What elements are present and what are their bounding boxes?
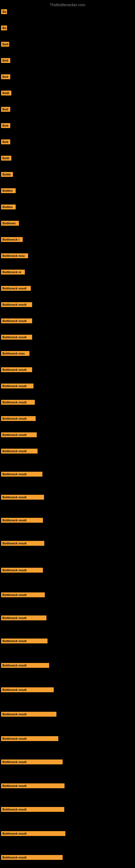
list-item: Bott <box>1 138 10 145</box>
bottleneck-label: Bottleneck result <box>1 592 45 597</box>
list-item: Bottleneck result <box>1 366 32 373</box>
bottleneck-label: Bott <box>1 140 10 144</box>
list-item: Bottleneck result <box>1 415 36 422</box>
bottleneck-label: Bottleneck result <box>1 416 36 421</box>
list-item: Bottleneck result <box>1 638 48 645</box>
bottleneck-label: Bottlen <box>1 205 16 209</box>
bottleneck-label: Bottl <box>1 156 11 161</box>
list-item: Bottleneck result <box>1 285 31 292</box>
list-item: Bottleneck result <box>1 517 43 524</box>
list-item: Bottleneck result <box>1 471 42 478</box>
list-item: Bottleneck result <box>1 782 64 789</box>
bottleneck-label: Bottleneck result <box>1 286 31 291</box>
list-item: Bottleneck resu <box>1 252 28 259</box>
bottleneck-label: Bottleneck result <box>1 367 32 372</box>
bottleneck-label: Bottleneck result <box>1 495 44 500</box>
bottleneck-label: Bottlenec <box>1 221 19 226</box>
bottleneck-label: Bottleneck re <box>1 270 25 275</box>
list-item: Bottleneck result <box>1 301 32 308</box>
list-item: Bott <box>1 106 10 113</box>
bottleneck-label: Bott <box>1 123 10 128</box>
bottleneck-label: Bottleneck resu <box>1 253 28 258</box>
bottleneck-label: Bottleneck result <box>1 760 63 764</box>
bottleneck-label: Bottleneck result <box>1 568 43 572</box>
bottleneck-label: Bottleneck result <box>1 335 32 340</box>
list-item: Bottleneck result <box>1 662 49 669</box>
list-item: Bottleneck result <box>1 854 63 861</box>
bottleneck-label: Bottleneck result <box>1 639 48 643</box>
bottleneck-label: Bottleneck r <box>1 237 23 242</box>
list-item: Bott <box>1 73 10 80</box>
bottleneck-label: Bottleneck result <box>1 736 58 741</box>
list-item: Bottleneck result <box>1 431 37 438</box>
list-item: Bottl <box>1 90 11 97</box>
bottleneck-label: Bottleneck result <box>1 616 46 620</box>
bottleneck-label: Bott <box>1 58 10 63</box>
bottleneck-label: Bottleneck result <box>1 712 56 717</box>
list-item: Bott <box>1 57 10 64</box>
bottleneck-label: Bott <box>1 42 9 46</box>
list-item: Bottle <box>1 171 13 178</box>
bottleneck-label: Bottleneck result <box>1 663 49 668</box>
list-item: Bottleneck result <box>1 806 64 813</box>
list-item: Bottleneck result <box>1 591 45 598</box>
list-item: Bottleneck result <box>1 494 44 501</box>
list-item: Bottleneck re <box>1 269 25 276</box>
list-item: Bottl <box>1 155 11 162</box>
list-item: Bottleneck result <box>1 614 46 621</box>
list-item: Bottleneck result <box>1 758 63 766</box>
bottleneck-label: Bottleneck result <box>1 472 42 476</box>
bottleneck-label: Bott <box>1 74 10 79</box>
list-item: Bottleneck result <box>1 399 35 406</box>
list-item: Bottleneck result <box>1 711 56 718</box>
bottleneck-label: Bottleneck result <box>1 400 35 405</box>
bottleneck-label: Bottleneck result <box>1 831 65 836</box>
bottleneck-label: Bottleneck result <box>1 302 32 307</box>
bottleneck-label: Bottleneck result <box>1 518 43 523</box>
list-item: Bottleneck result <box>1 735 58 742</box>
bottleneck-label: Bottleneck result <box>1 687 54 692</box>
bottleneck-label: Bottleneck result <box>1 783 64 788</box>
list-item: Bott <box>1 122 10 129</box>
bottleneck-label: Bottleneck result <box>1 432 37 437</box>
list-item: Bottlen <box>1 187 16 194</box>
bottleneck-label: Bottleneck result <box>1 855 63 860</box>
list-item: Bottleneck result <box>1 317 32 324</box>
bottleneck-label: Bottleneck resu <box>1 351 30 356</box>
bottleneck-label: Bottleneck result <box>1 541 44 546</box>
bottleneck-label: Bottleneck result <box>1 318 32 323</box>
site-title: TheBottlenecker.com <box>0 1 135 8</box>
bottleneck-label: Bottle <box>1 172 13 177</box>
list-item: Bottlenec <box>1 220 19 227</box>
list-item: Bo <box>1 8 7 15</box>
bottleneck-label: Bo <box>1 26 7 30</box>
list-item: Bottleneck result <box>1 540 44 547</box>
list-item: Bott <box>1 41 9 48</box>
list-item: Bottleneck result <box>1 382 34 390</box>
bottleneck-label: Bott <box>1 107 10 112</box>
list-item: Bottleneck result <box>1 334 32 341</box>
list-item: Bottlen <box>1 204 16 211</box>
list-item: Bottleneck resu <box>1 350 30 357</box>
bottleneck-label: Bottlen <box>1 188 16 193</box>
list-item: Bo <box>1 24 7 31</box>
list-item: Bottleneck result <box>1 830 65 837</box>
bottleneck-label: Bottleneck result <box>1 383 34 389</box>
list-item: Bottleneck r <box>1 236 23 243</box>
bottleneck-label: Bottleneck result <box>1 807 64 812</box>
bottleneck-label: Bottleneck result <box>1 448 38 454</box>
bottleneck-label: Bo <box>1 9 7 14</box>
list-item: Bottleneck result <box>1 686 54 693</box>
bottleneck-label: Bottl <box>1 91 11 95</box>
list-item: Bottleneck result <box>1 567 43 574</box>
list-item: Bottleneck result <box>1 447 38 455</box>
